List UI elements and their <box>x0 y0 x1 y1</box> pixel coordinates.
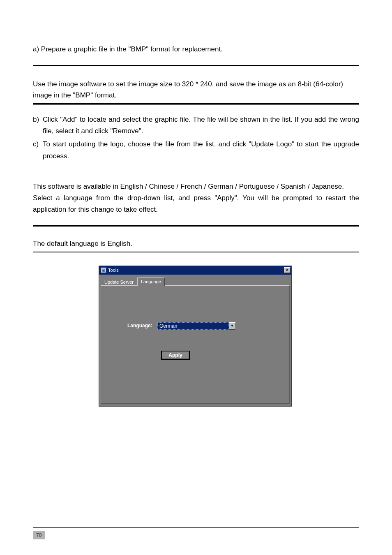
apply-button[interactable]: Apply <box>161 351 190 360</box>
list-body: Click "Add" to locate and select the gra… <box>43 114 359 137</box>
tab-strip: Update Server Language <box>101 277 165 285</box>
dialog-body: Update Server Language Language: German … <box>99 275 291 406</box>
page-number: 70 <box>33 531 45 539</box>
list-marker: c) <box>33 139 43 162</box>
list-marker: b) <box>33 114 43 137</box>
step-a-text: a) Prepare a graphic file in the "BMP" f… <box>33 45 359 53</box>
step-list: b) Click "Add" to locate and select the … <box>33 114 359 162</box>
document-page: a) Prepare a graphic file in the "BMP" f… <box>0 0 392 555</box>
note-text: Use the image software to set the image … <box>33 79 359 101</box>
language-availability-text: This software is available in English / … <box>33 181 359 192</box>
list-item: c) To start updating the logo, choose th… <box>33 139 359 162</box>
app-icon: ▣ <box>101 267 106 273</box>
embedded-screenshot: ▣ Tools × Update Server Language Languag… <box>99 266 292 407</box>
tab-update-server[interactable]: Update Server <box>101 278 137 286</box>
window-title: Tools <box>108 268 284 273</box>
language-select[interactable]: German ▼ <box>157 322 236 330</box>
page-footer: 70 <box>33 527 359 539</box>
language-instruction-text: Select a language from the drop-down lis… <box>33 192 359 215</box>
footer-divider <box>33 527 359 528</box>
close-button[interactable]: × <box>284 267 291 273</box>
double-divider <box>33 103 359 105</box>
list-body: To start updating the logo, choose the f… <box>43 139 359 162</box>
tab-panel: Language: German ▼ Apply <box>101 285 290 404</box>
divider <box>33 225 359 227</box>
language-label: Language: <box>127 323 152 328</box>
double-divider <box>33 252 359 253</box>
tools-dialog: ▣ Tools × Update Server Language Languag… <box>99 266 292 407</box>
title-bar[interactable]: ▣ Tools × <box>99 266 291 275</box>
divider <box>33 65 359 66</box>
list-item: b) Click "Add" to locate and select the … <box>33 114 359 137</box>
tab-language[interactable]: Language <box>137 278 165 286</box>
chevron-down-icon[interactable]: ▼ <box>229 322 235 330</box>
default-language-text: The default language is English. <box>33 238 359 249</box>
language-selected-value: German <box>157 322 229 330</box>
